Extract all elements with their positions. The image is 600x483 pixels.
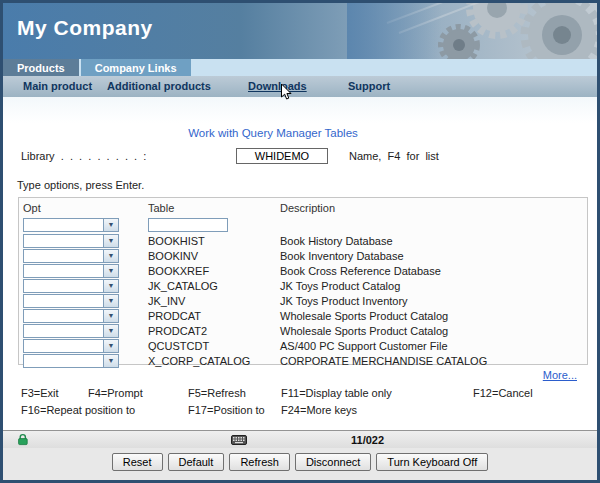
chevron-down-icon[interactable]: ▼ xyxy=(103,265,118,277)
table-name: JK_INV xyxy=(148,295,280,307)
table-row: ▼ X_CORP_CATALOG CORPORATE MERCHANDISE C… xyxy=(23,353,583,368)
default-button[interactable]: Default xyxy=(168,453,225,471)
banner: My Company xyxy=(3,3,597,59)
table-row: ▼ BOOKHIST Book History Database xyxy=(23,233,583,248)
table-row: ▼ PRODCAT2 Wholesale Sports Product Cata… xyxy=(23,323,583,338)
fkey-f5-refresh[interactable]: F5=Refresh xyxy=(188,387,246,399)
cursor-position: 11/022 xyxy=(351,434,384,446)
table-description: CORPORATE MERCHANDISE CATALOG xyxy=(280,355,583,367)
library-hint: Name, F4 for list xyxy=(349,150,439,162)
table-description: JK Toys Product Inventory xyxy=(280,295,583,307)
table-row: ▼ PRODCAT Wholesale Sports Product Catal… xyxy=(23,308,583,323)
opt-select[interactable]: ▼ xyxy=(23,339,119,353)
library-row: Library . . . . . . . . . : Name, F4 for… xyxy=(21,150,581,168)
header-opt: Opt xyxy=(23,202,148,214)
table-row: ▼ BOOKXREF Book Cross Reference Database xyxy=(23,263,583,278)
function-keys: F3=Exit F4=Prompt F5=Refresh F11=Display… xyxy=(3,387,597,423)
table-row: ▼ JK_CATALOG JK Toys Product Catalog xyxy=(23,278,583,293)
reset-button[interactable]: Reset xyxy=(112,453,163,471)
position-to-input[interactable] xyxy=(148,218,228,232)
chevron-down-icon[interactable]: ▼ xyxy=(103,235,118,247)
chevron-down-icon[interactable]: ▼ xyxy=(103,280,118,292)
tab-products[interactable]: Products xyxy=(3,59,79,76)
table-panel: Opt Table Description ▼ ▼ BOOKHIST Book … xyxy=(18,197,588,365)
opt-select[interactable]: ▼ xyxy=(23,264,119,278)
refresh-button[interactable]: Refresh xyxy=(229,453,290,471)
opt-select[interactable]: ▼ xyxy=(23,218,119,232)
buttons-bar: Reset Default Refresh Disconnect Turn Ke… xyxy=(3,448,597,480)
menu-additional-products[interactable]: Additional products xyxy=(107,80,211,92)
opt-select[interactable]: ▼ xyxy=(23,279,119,293)
gears-graphic xyxy=(347,3,597,59)
table-name: QCUSTCDT xyxy=(148,340,280,352)
table-description: Book Inventory Database xyxy=(280,250,583,262)
menu-main-product[interactable]: Main product xyxy=(23,80,92,92)
table-description: Wholesale Sports Product Catalog xyxy=(280,310,583,322)
fkey-f3-exit[interactable]: F3=Exit xyxy=(21,387,59,399)
fkey-f16-repeat-position[interactable]: F16=Repeat position to xyxy=(21,404,135,416)
opt-select[interactable]: ▼ xyxy=(23,309,119,323)
table-description: Book History Database xyxy=(280,235,583,247)
opt-select[interactable]: ▼ xyxy=(23,354,119,368)
table-name: X_CORP_CATALOG xyxy=(148,355,280,367)
opt-select[interactable]: ▼ xyxy=(23,324,119,338)
table-row: ▼ BOOKINV Book Inventory Database xyxy=(23,248,583,263)
opt-select[interactable]: ▼ xyxy=(23,294,119,308)
library-label: Library . . . . . . . . . : xyxy=(21,150,146,162)
menu-downloads[interactable]: Downloads xyxy=(248,80,307,92)
table-name: PRODCAT xyxy=(148,310,280,322)
tab-bar: Products Company Links xyxy=(3,59,597,76)
fkey-f11-display-table[interactable]: F11=Display table only xyxy=(281,387,392,399)
chevron-down-icon[interactable]: ▼ xyxy=(103,295,118,307)
chevron-down-icon[interactable]: ▼ xyxy=(103,250,118,262)
keyboard-icon xyxy=(231,435,247,445)
table-row: ▼ QCUSTCDT AS/400 PC Support Customer Fi… xyxy=(23,338,583,353)
chevron-down-icon[interactable]: ▼ xyxy=(103,355,118,367)
header-description: Description xyxy=(280,202,583,214)
header-table: Table xyxy=(148,202,280,214)
status-bar: 11/022 xyxy=(3,430,597,448)
table-name: BOOKINV xyxy=(148,250,280,262)
opt-select[interactable]: ▼ xyxy=(23,234,119,248)
table-name: BOOKXREF xyxy=(148,265,280,277)
menu-bar: Main product Additional products Downloa… xyxy=(3,76,597,97)
chevron-down-icon[interactable]: ▼ xyxy=(103,325,118,337)
table-header-row: Opt Table Description xyxy=(23,200,583,216)
more-link[interactable]: More... xyxy=(543,369,577,381)
main-content: Work with Query Manager Tables Library .… xyxy=(3,97,597,430)
tab-company-links[interactable]: Company Links xyxy=(81,59,191,76)
instruction-text: Type options, press Enter. xyxy=(17,179,144,191)
library-input[interactable] xyxy=(236,148,328,164)
table-name: BOOKHIST xyxy=(148,235,280,247)
table-description: AS/400 PC Support Customer File xyxy=(280,340,583,352)
chevron-down-icon[interactable]: ▼ xyxy=(103,219,118,231)
page-title: Work with Query Manager Tables xyxy=(3,127,543,139)
table-description: Book Cross Reference Database xyxy=(280,265,583,277)
company-title: My Company xyxy=(17,16,153,40)
fkey-f17-position-to[interactable]: F17=Position to xyxy=(188,404,265,416)
table-name: PRODCAT2 xyxy=(148,325,280,337)
table-description: JK Toys Product Catalog xyxy=(280,280,583,292)
position-row: ▼ xyxy=(23,216,583,233)
chevron-down-icon[interactable]: ▼ xyxy=(103,310,118,322)
chevron-down-icon[interactable]: ▼ xyxy=(103,340,118,352)
opt-select[interactable]: ▼ xyxy=(23,249,119,263)
menu-support[interactable]: Support xyxy=(348,80,390,92)
table-row: ▼ JK_INV JK Toys Product Inventory xyxy=(23,293,583,308)
fkey-f24-more-keys[interactable]: F24=More keys xyxy=(281,404,357,416)
table-name: JK_CATALOG xyxy=(148,280,280,292)
app-window: My Company Pr xyxy=(0,0,600,483)
fkey-f4-prompt[interactable]: F4=Prompt xyxy=(88,387,143,399)
turn-keyboard-off-button[interactable]: Turn Keyboard Off xyxy=(376,453,488,471)
cursor-icon xyxy=(280,83,292,100)
lock-icon xyxy=(17,433,29,446)
disconnect-button[interactable]: Disconnect xyxy=(295,453,371,471)
fkey-f12-cancel[interactable]: F12=Cancel xyxy=(473,387,533,399)
table-description: Wholesale Sports Product Catalog xyxy=(280,325,583,337)
